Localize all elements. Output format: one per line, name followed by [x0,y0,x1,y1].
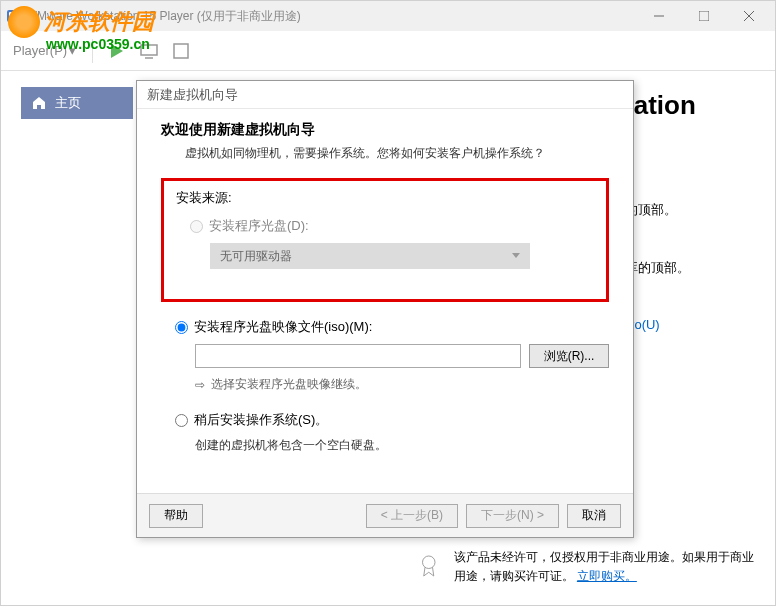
svg-point-10 [423,556,436,569]
svg-rect-9 [174,44,188,58]
close-button[interactable] [726,2,771,30]
iso-path-input[interactable] [196,345,520,367]
svg-rect-3 [699,11,709,21]
player-menu-label: Player(P) [13,43,67,58]
back-button: < 上一步(B) [366,504,458,528]
dialog-footer: 帮助 < 上一步(B) 下一步(N) > 取消 [137,493,633,537]
minimize-button[interactable] [636,2,681,30]
browse-button[interactable]: 浏览(R)... [529,344,609,368]
license-text: 该产品未经许可，仅授权用于非商业用途。如果用于商业用途，请购买许可证。 立即购买… [454,548,756,586]
cancel-button[interactable]: 取消 [567,504,621,528]
dialog-subheading: 虚拟机如同物理机，需要操作系统。您将如何安装客户机操作系统？ [185,145,609,162]
ribbon-icon [420,548,438,584]
dialog-title: 新建虚拟机向导 [137,81,633,109]
radio-iso-label: 安装程序光盘映像文件(iso)(M): [194,318,372,336]
home-tab-label: 主页 [55,94,81,112]
drive-select: 无可用驱动器 [210,243,530,269]
iso-hint: ⇨ 选择安装程序光盘映像继续。 [195,376,609,393]
install-source-label: 安装来源: [176,189,594,207]
license-footer: 该产品未经许可，仅授权用于非商业用途。如果用于商业用途，请购买许可证。 立即购买… [420,548,756,586]
no-drive-text: 无可用驱动器 [220,248,292,265]
svg-rect-1 [9,12,17,20]
radio-later-label: 稍后安装操作系统(S)。 [194,411,328,429]
radio-iso-input[interactable] [175,321,188,334]
radio-later[interactable]: 稍后安装操作系统(S)。 [175,411,609,429]
home-icon [31,95,47,111]
new-vm-wizard-dialog: 新建虚拟机向导 欢迎使用新建虚拟机向导 虚拟机如同物理机，需要操作系统。您将如何… [136,80,634,538]
radio-iso[interactable]: 安装程序光盘映像文件(iso)(M): [175,318,609,336]
radio-disc-label: 安装程序光盘(D): [209,217,309,235]
home-tab[interactable]: 主页 [21,87,133,119]
separator [92,39,93,63]
dialog-heading: 欢迎使用新建虚拟机向导 [161,121,609,139]
svg-marker-6 [111,44,123,58]
next-button: 下一步(N) > [466,504,559,528]
arrow-icon: ⇨ [195,378,205,392]
window-title: VMware Workstation 15 Player (仅用于非商业用途) [29,8,636,25]
toolbar: Player(P) ▾ [1,31,775,71]
screen-icon[interactable] [137,39,161,63]
chevron-down-icon: ▾ [69,43,76,58]
radio-disc-input [190,220,203,233]
maximize-button[interactable] [681,2,726,30]
titlebar: VMware Workstation 15 Player (仅用于非商业用途) [1,1,775,31]
radio-later-input[interactable] [175,414,188,427]
player-menu[interactable]: Player(P) ▾ [9,39,80,62]
later-hint: 创建的虚拟机将包含一个空白硬盘。 [195,437,609,454]
app-icon [5,8,21,24]
radio-installer-disc[interactable]: 安装程序光盘(D): [190,217,594,235]
buy-link[interactable]: 立即购买。 [577,569,637,583]
svg-rect-7 [141,45,157,55]
iso-hint-text: 选择安装程序光盘映像继续。 [211,376,367,393]
help-button[interactable]: 帮助 [149,504,203,528]
iso-path-combobox[interactable] [195,344,521,368]
highlighted-region: 安装来源: 安装程序光盘(D): 无可用驱动器 [161,178,609,302]
play-icon[interactable] [105,39,129,63]
fullscreen-icon[interactable] [169,39,193,63]
